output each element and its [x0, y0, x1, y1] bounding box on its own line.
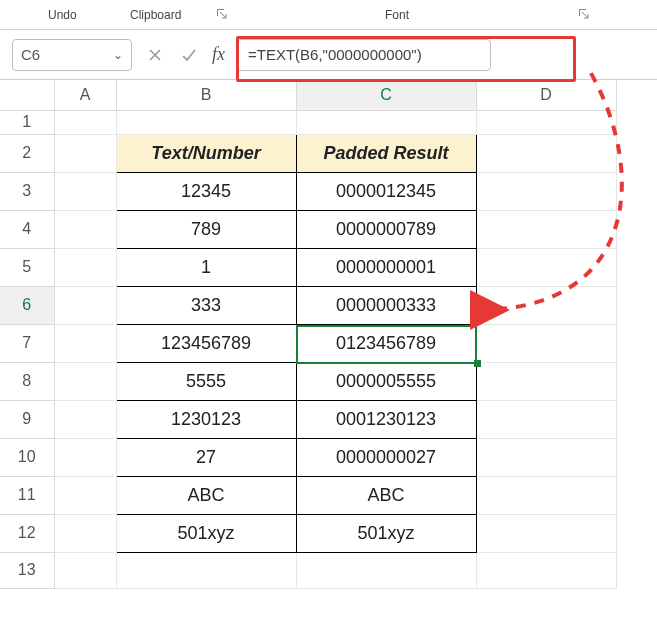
cell-B10[interactable]: 27: [116, 438, 296, 476]
cell-C10[interactable]: 0000000027: [296, 438, 476, 476]
name-box-value: C6: [21, 46, 40, 63]
cell-D4[interactable]: [476, 210, 616, 248]
cell-B13[interactable]: [116, 552, 296, 588]
chevron-down-icon: ⌄: [113, 48, 123, 62]
row-header-7[interactable]: 7: [0, 324, 54, 362]
ribbon-label-clipboard: Clipboard: [130, 8, 181, 22]
row-header-8[interactable]: 8: [0, 362, 54, 400]
cell-A8[interactable]: [54, 362, 116, 400]
col-header-B[interactable]: B: [116, 80, 296, 110]
row-header-11[interactable]: 11: [0, 476, 54, 514]
cell-A6[interactable]: [54, 286, 116, 324]
cell-C6[interactable]: 0000000333: [296, 286, 476, 324]
col-header-C[interactable]: C: [296, 80, 476, 110]
select-all-corner[interactable]: [0, 80, 54, 110]
cell-D9[interactable]: [476, 400, 616, 438]
ribbon-label-font: Font: [385, 8, 409, 22]
cell-B11[interactable]: ABC: [116, 476, 296, 514]
formula-text: =TEXT(B6,"0000000000"): [248, 46, 422, 63]
cell-A3[interactable]: [54, 172, 116, 210]
fill-handle[interactable]: [474, 360, 481, 367]
row-header-13[interactable]: 13: [0, 552, 54, 588]
cell-C9[interactable]: 0001230123: [296, 400, 476, 438]
cell-A5[interactable]: [54, 248, 116, 286]
cancel-formula-icon[interactable]: [140, 40, 170, 70]
cell-C13[interactable]: [296, 552, 476, 588]
row-header-5[interactable]: 5: [0, 248, 54, 286]
cell-D7[interactable]: [476, 324, 616, 362]
cell-D8[interactable]: [476, 362, 616, 400]
worksheet-grid[interactable]: A B C D 1 2 Text/Number Padded Result 3 …: [0, 80, 657, 589]
cell-D12[interactable]: [476, 514, 616, 552]
cell-C7[interactable]: 0123456789: [296, 324, 476, 362]
cell-B8[interactable]: 5555: [116, 362, 296, 400]
cell-D6[interactable]: [476, 286, 616, 324]
row-header-2[interactable]: 2: [0, 134, 54, 172]
name-box[interactable]: C6 ⌄: [12, 39, 132, 71]
cell-C5[interactable]: 0000000001: [296, 248, 476, 286]
cell-D11[interactable]: [476, 476, 616, 514]
col-header-A[interactable]: A: [54, 80, 116, 110]
cell-A9[interactable]: [54, 400, 116, 438]
cell-C4[interactable]: 0000000789: [296, 210, 476, 248]
formula-bar: C6 ⌄ fx =TEXT(B6,"0000000000"): [0, 30, 657, 80]
cell-A1[interactable]: [54, 110, 116, 134]
cell-B4[interactable]: 789: [116, 210, 296, 248]
cell-B1[interactable]: [116, 110, 296, 134]
cell-B3[interactable]: 12345: [116, 172, 296, 210]
cell-D2[interactable]: [476, 134, 616, 172]
row-header-12[interactable]: 12: [0, 514, 54, 552]
clipboard-dialog-launcher-icon[interactable]: [216, 8, 228, 20]
col-header-D[interactable]: D: [476, 80, 616, 110]
ribbon-label-undo: Undo: [48, 8, 77, 22]
formula-input[interactable]: =TEXT(B6,"0000000000"): [237, 39, 491, 71]
row-header-3[interactable]: 3: [0, 172, 54, 210]
row-header-6[interactable]: 6: [0, 286, 54, 324]
cell-C1[interactable]: [296, 110, 476, 134]
cell-A2[interactable]: [54, 134, 116, 172]
cell-C11[interactable]: ABC: [296, 476, 476, 514]
cell-C8[interactable]: 0000005555: [296, 362, 476, 400]
cell-C3[interactable]: 0000012345: [296, 172, 476, 210]
cell-A4[interactable]: [54, 210, 116, 248]
cell-C12[interactable]: 501xyz: [296, 514, 476, 552]
formula-controls: fx: [140, 40, 229, 70]
cell-D5[interactable]: [476, 248, 616, 286]
cell-D3[interactable]: [476, 172, 616, 210]
cell-C2[interactable]: Padded Result: [296, 134, 476, 172]
cell-A10[interactable]: [54, 438, 116, 476]
cell-B12[interactable]: 501xyz: [116, 514, 296, 552]
cell-B2[interactable]: Text/Number: [116, 134, 296, 172]
fx-label[interactable]: fx: [208, 44, 229, 65]
cell-B6[interactable]: 333: [116, 286, 296, 324]
enter-formula-icon[interactable]: [174, 40, 204, 70]
cell-A7[interactable]: [54, 324, 116, 362]
row-header-10[interactable]: 10: [0, 438, 54, 476]
cell-B7[interactable]: 123456789: [116, 324, 296, 362]
cell-A12[interactable]: [54, 514, 116, 552]
cell-A11[interactable]: [54, 476, 116, 514]
row-header-1[interactable]: 1: [0, 110, 54, 134]
cell-D13[interactable]: [476, 552, 616, 588]
cell-D10[interactable]: [476, 438, 616, 476]
cell-B9[interactable]: 1230123: [116, 400, 296, 438]
ribbon-group-labels: Undo Clipboard Font: [0, 0, 657, 30]
row-header-9[interactable]: 9: [0, 400, 54, 438]
cell-D1[interactable]: [476, 110, 616, 134]
font-dialog-launcher-icon[interactable]: [578, 8, 590, 20]
cell-A13[interactable]: [54, 552, 116, 588]
row-header-4[interactable]: 4: [0, 210, 54, 248]
cell-B5[interactable]: 1: [116, 248, 296, 286]
